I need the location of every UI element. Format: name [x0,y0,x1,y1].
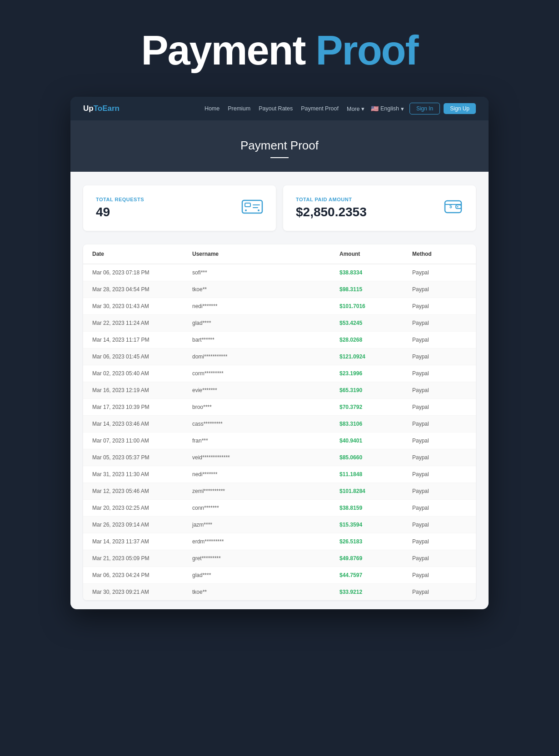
cell-date: Mar 30, 2023 09:21 AM [92,589,192,595]
table-row: Mar 07, 2023 11:00 AM fran*** $40.9401 P… [83,433,476,449]
table-row: Mar 16, 2023 12:19 AM evie******* $65.31… [83,382,476,399]
cell-date: Mar 17, 2023 10:39 PM [92,404,192,410]
nav-payout-rates[interactable]: Payout Rates [259,105,293,112]
nav-payment-proof[interactable]: Payment Proof [301,105,339,112]
page-hero-title: Payment Proof [141,27,418,74]
table-row: Mar 28, 2023 04:54 PM tkoe** $98.3115 Pa… [83,281,476,298]
svg-point-4 [245,209,247,211]
page-title-divider [270,157,289,158]
table-row: Mar 02, 2023 05:40 AM corm********* $23.… [83,365,476,382]
payment-table: Date Username Amount Method Mar 06, 2023… [83,244,476,600]
table-row: Mar 14, 2023 11:17 PM bart****** $28.026… [83,332,476,348]
cell-method: Paypal [412,269,467,276]
cell-username: broo**** [192,404,339,410]
cell-username: conn******* [192,505,339,511]
nav-home[interactable]: Home [205,105,220,112]
table-header: Date Username Amount Method [83,244,476,264]
signup-button[interactable]: Sign Up [444,103,476,114]
cell-method: Paypal [412,522,467,528]
cell-date: Mar 06, 2023 01:45 AM [92,353,192,360]
cell-amount: $85.0660 [339,454,412,461]
page-title: Payment Proof [80,139,479,153]
cell-date: Mar 14, 2023 11:37 AM [92,538,192,545]
cell-username: fran*** [192,438,339,444]
main-content: TOTAL REQUESTS 49 TOTAL PAID [70,172,489,609]
table-row: Mar 06, 2023 07:18 PM sofi*** $38.8334 P… [83,264,476,281]
navbar-links: Home Premium Payout Rates Payment Proof … [205,105,364,112]
cell-date: Mar 16, 2023 12:19 AM [92,387,192,393]
cell-date: Mar 21, 2023 05:09 PM [92,555,192,562]
page-hero-section: Payment Proof [70,120,489,172]
cell-amount: $26.5183 [339,538,412,545]
cell-method: Paypal [412,589,467,595]
cell-username: glad**** [192,572,339,578]
cell-username: evie******* [192,387,339,393]
hero-title-white: Payment [141,28,305,73]
table-row: Mar 12, 2023 05:46 AM zeml********** $10… [83,483,476,500]
table-row: Mar 22, 2023 11:24 AM glad**** $53.4245 … [83,315,476,332]
lang-label: English [380,105,399,112]
stat-card-paid: TOTAL PAID AMOUNT $2,850.2353 $ [283,185,476,231]
table-row: Mar 14, 2023 03:46 AM cass********* $83.… [83,416,476,433]
cell-date: Mar 26, 2023 09:14 AM [92,522,192,528]
lang-chevron-icon: ▾ [401,105,404,112]
cell-amount: $15.3594 [339,522,412,528]
stats-row: TOTAL REQUESTS 49 TOTAL PAID [83,185,476,231]
cell-amount: $49.8769 [339,555,412,562]
cell-username: sofi*** [192,269,339,276]
cell-amount: $38.8159 [339,505,412,511]
cell-date: Mar 06, 2023 07:18 PM [92,269,192,276]
nav-more[interactable]: More ▾ [347,105,364,112]
paid-label: TOTAL PAID AMOUNT [296,197,367,202]
cash-icon [241,197,263,219]
cell-date: Mar 05, 2023 05:37 PM [92,454,192,461]
cell-method: Paypal [412,538,467,545]
stat-card-requests: TOTAL REQUESTS 49 [83,185,276,231]
cell-amount: $101.8284 [339,488,412,494]
paid-value: $2,850.2353 [296,205,367,219]
cell-amount: $65.3190 [339,387,412,393]
cell-username: zeml********** [192,488,339,494]
table-row: Mar 06, 2023 04:24 PM glad**** $44.7597 … [83,567,476,584]
cell-method: Paypal [412,438,467,444]
cell-method: Paypal [412,421,467,427]
cell-method: Paypal [412,337,467,343]
cell-username: gret********* [192,555,339,562]
cell-method: Paypal [412,488,467,494]
signin-button[interactable]: Sign In [409,103,440,114]
table-row: Mar 20, 2023 02:25 AM conn******* $38.81… [83,500,476,517]
table-body: Mar 06, 2023 07:18 PM sofi*** $38.8334 P… [83,264,476,600]
language-selector[interactable]: 🇺🇸 English ▾ [371,105,404,112]
table-row: Mar 30, 2023 09:21 AM tkoe** $33.9212 Pa… [83,584,476,600]
cell-username: veid************* [192,454,339,461]
requests-label: TOTAL REQUESTS [96,197,144,202]
svg-point-5 [258,209,260,211]
cell-date: Mar 30, 2023 01:43 AM [92,303,192,309]
cell-username: nedi******* [192,303,339,309]
cell-amount: $28.0268 [339,337,412,343]
table-row: Mar 05, 2023 05:37 PM veid************* … [83,449,476,466]
table-row: Mar 14, 2023 11:37 AM erdm********* $26.… [83,533,476,550]
wallet-icon: $ [443,196,463,220]
cell-date: Mar 20, 2023 02:25 AM [92,505,192,511]
cell-username: erdm********* [192,538,339,545]
cell-method: Paypal [412,303,467,309]
svg-rect-1 [245,203,250,207]
cell-method: Paypal [412,353,467,360]
navbar-logo[interactable]: UpToEarn [83,104,120,113]
cell-amount: $101.7016 [339,303,412,309]
cell-amount: $33.9212 [339,589,412,595]
cell-method: Paypal [412,572,467,578]
table-row: Mar 21, 2023 05:09 PM gret********* $49.… [83,550,476,567]
cell-method: Paypal [412,505,467,511]
cell-method: Paypal [412,370,467,377]
cell-date: Mar 07, 2023 11:00 AM [92,438,192,444]
browser-window: UpToEarn Home Premium Payout Rates Payme… [70,97,489,609]
nav-premium[interactable]: Premium [228,105,250,112]
cell-amount: $44.7597 [339,572,412,578]
cell-amount: $53.4245 [339,320,412,326]
navbar: UpToEarn Home Premium Payout Rates Payme… [70,97,489,120]
svg-text:$: $ [449,204,452,209]
cell-date: Mar 14, 2023 03:46 AM [92,421,192,427]
cell-username: jazm**** [192,522,339,528]
